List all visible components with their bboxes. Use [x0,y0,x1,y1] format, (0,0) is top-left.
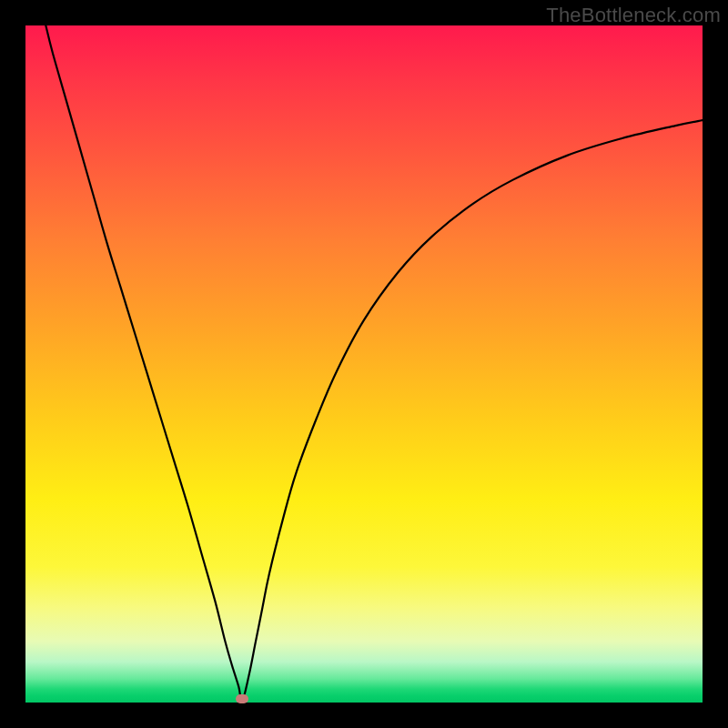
chart-plot-area [25,25,703,703]
chart-curve [25,25,703,703]
watermark-text: TheBottleneck.com [546,4,721,27]
chart-frame: TheBottleneck.com [0,0,728,728]
chart-minimum-marker [236,694,248,703]
